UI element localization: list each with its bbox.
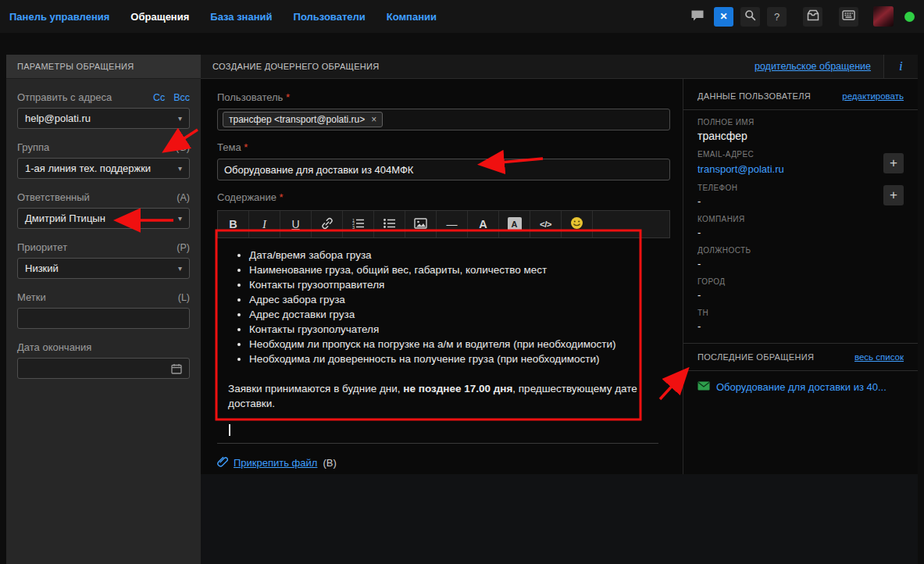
priority-select[interactable]: Низкий ▾ xyxy=(17,258,190,279)
nav-tab-dashboard[interactable]: Панель управления xyxy=(9,11,109,23)
underline-button[interactable]: U xyxy=(280,211,312,237)
parent-ticket-link[interactable]: родительское обращение xyxy=(755,61,871,72)
attach-row: Прикрепить файл (B) xyxy=(217,455,670,469)
close-icon: ✕ xyxy=(719,11,727,22)
code-view-button[interactable]: </> xyxy=(530,211,562,237)
nav-tab-knowledge-base[interactable]: База знаний xyxy=(210,11,272,23)
subject-input[interactable]: Оборудование для доставки из 404МФК xyxy=(217,159,670,180)
text-cursor xyxy=(229,424,230,436)
phone-value: - xyxy=(697,195,737,207)
bcc-link[interactable]: Bcc xyxy=(173,92,190,103)
all-tickets-link[interactable]: весь список xyxy=(854,352,904,362)
avatar[interactable] xyxy=(873,6,894,27)
help-icon: ? xyxy=(774,11,780,23)
calendar-icon xyxy=(171,363,182,374)
position-value: - xyxy=(697,258,751,270)
list-item: Дата/время забора груза xyxy=(249,248,648,262)
chevron-down-icon: ▾ xyxy=(178,264,182,273)
close-panel-button[interactable]: ✕ xyxy=(714,7,733,27)
insert-link-button[interactable] xyxy=(312,211,343,237)
content-editor[interactable]: Дата/время забора груза Наименование гру… xyxy=(217,238,658,444)
full-name-field: ПОЛНОЕ ИМЯ трансфер xyxy=(697,118,904,142)
priority-field: Приоритет (P) Низкий ▾ xyxy=(17,241,190,279)
inbox-button[interactable] xyxy=(803,7,822,27)
unordered-list-icon xyxy=(383,218,396,231)
insert-image-button[interactable] xyxy=(405,211,437,237)
user-tag-chip: трансфер <transport@polati.ru> × xyxy=(223,112,383,127)
search-button[interactable] xyxy=(740,7,760,27)
group-select[interactable]: 1-ая линия тех. поддержки ▾ xyxy=(17,158,190,179)
add-phone-button[interactable]: + xyxy=(883,185,904,205)
nav-tab-tickets[interactable]: Обращения xyxy=(130,11,189,23)
divider xyxy=(683,343,918,344)
nav-tab-users[interactable]: Пользователи xyxy=(294,11,366,23)
user-field[interactable]: трансфер <transport@polati.ru> × xyxy=(217,109,670,130)
info-icon: i xyxy=(899,59,903,74)
divider xyxy=(683,370,918,371)
help-button[interactable]: ? xyxy=(767,7,787,27)
city-value: - xyxy=(697,289,725,301)
tags-input[interactable] xyxy=(17,308,190,329)
chevron-down-icon: ▾ xyxy=(178,164,182,173)
city-label: ГОРОД xyxy=(697,277,725,286)
chevron-down-icon: ▾ xyxy=(178,214,182,223)
paperclip-icon xyxy=(217,455,228,469)
background-color-button[interactable]: A xyxy=(499,211,530,237)
keyboard-shortcuts-button[interactable] xyxy=(839,7,858,27)
deadline-note: Заявки принимаются в будние дни, не позд… xyxy=(228,381,654,411)
top-navbar: Панель управления Обращения База знаний … xyxy=(0,0,924,33)
remove-user-tag-button[interactable]: × xyxy=(371,114,376,125)
full-name-label: ПОЛНОЕ ИМЯ xyxy=(697,118,755,127)
tn-label: ТН xyxy=(697,309,708,317)
add-email-button[interactable]: + xyxy=(883,153,904,173)
position-field: ДОЛЖНОСТЬ - xyxy=(697,246,904,270)
recent-tickets-title: ПОСЛЕДНИЕ ОБРАЩЕНИЯ xyxy=(697,352,814,362)
recent-ticket-link[interactable]: Оборудование для доставки из 40... xyxy=(716,381,887,393)
unordered-list-button[interactable] xyxy=(374,211,405,237)
assignee-select[interactable]: Дмитрий Птицын ▾ xyxy=(17,208,190,229)
ordered-list-button[interactable]: 123 xyxy=(343,211,374,237)
italic-button[interactable]: I xyxy=(249,211,280,237)
list-item: Контакты грузоотправителя xyxy=(249,277,648,292)
nav-tab-companies[interactable]: Компании xyxy=(387,11,437,23)
chevron-down-icon: ▾ xyxy=(178,114,182,123)
cc-link[interactable]: Cc xyxy=(153,92,165,103)
phone-label: ТЕЛЕФОН xyxy=(697,184,737,192)
horizontal-rule-button[interactable]: — xyxy=(437,211,468,237)
phone-field: ТЕЛЕФОН - + xyxy=(697,184,904,207)
tags-hotkey: (L) xyxy=(178,292,190,303)
group-label: Группа xyxy=(17,141,49,153)
svg-text:3: 3 xyxy=(352,224,355,229)
list-item: Контакты грузополучателя xyxy=(249,322,648,337)
priority-label: Приоритет xyxy=(17,241,67,253)
due-date-input[interactable] xyxy=(17,358,190,379)
user-data-title: ДАННЫЕ ПОЛЬЗОВАТЕЛЯ xyxy=(697,91,811,101)
bold-button[interactable]: B xyxy=(218,211,249,237)
empty-workspace-area xyxy=(201,474,918,564)
navbar-actions: ✕ ? xyxy=(687,6,915,27)
list-item: Адрес забора груза xyxy=(249,292,648,307)
attach-hotkey: (B) xyxy=(323,457,336,469)
list-item: Необходим ли пропуск на погрузке на а/м … xyxy=(249,337,648,352)
group-hotkey: (G) xyxy=(176,142,190,153)
user-field-label: Пользователь * xyxy=(217,91,670,103)
company-label: КОМПАНИЯ xyxy=(697,215,745,223)
content-field-label: Содержание * xyxy=(217,191,670,203)
send-from-select[interactable]: help@polati.ru ▾ xyxy=(17,108,190,129)
info-tab[interactable]: i xyxy=(883,55,918,78)
page-title: СОЗДАНИЕ ДОЧЕРНЕГО ОБРАЩЕНИЯ xyxy=(212,62,380,71)
requirements-list: Дата/время забора груза Наименование гру… xyxy=(228,248,648,366)
image-icon xyxy=(414,218,427,231)
emoji-button[interactable] xyxy=(562,211,593,237)
position-label: ДОЛЖНОСТЬ xyxy=(697,246,751,255)
ticket-parameters-sidebar: ПАРАМЕТРЫ ОБРАЩЕНИЯ Отправить с адреса C… xyxy=(6,55,201,564)
email-value-link[interactable]: transport@polati.ru xyxy=(697,163,784,175)
edit-user-link[interactable]: редактировать xyxy=(842,91,904,101)
attach-file-link[interactable]: Прикрепить файл xyxy=(234,457,317,469)
assignee-hotkey: (A) xyxy=(177,192,190,203)
company-value: - xyxy=(697,227,745,238)
search-icon xyxy=(744,9,756,23)
link-icon xyxy=(321,217,334,232)
text-color-button[interactable]: A xyxy=(468,211,499,237)
chat-button[interactable] xyxy=(687,7,707,27)
